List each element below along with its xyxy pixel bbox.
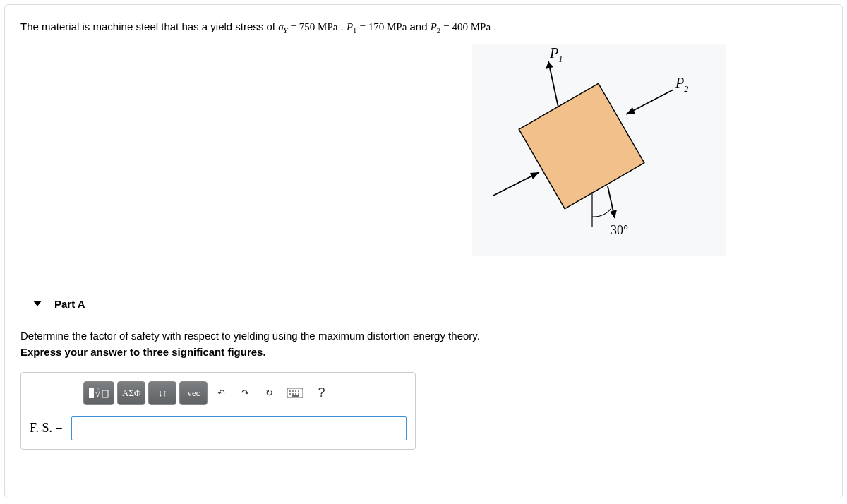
subsup-button[interactable]: ↓↑ [148,381,176,405]
p2-val: = 400 MPa [443,21,491,32]
answer-input[interactable] [71,416,407,440]
problem-statement: The material is machine steel that has a… [20,19,827,37]
part-header[interactable]: Part A [33,298,827,310]
sigma-val: = 750 MPa [291,21,338,32]
svg-point-14 [289,390,291,392]
stmt-and: and [409,20,430,32]
angle-arc [592,192,611,227]
answer-label: F. S. = [30,421,63,436]
sigma-sub: Y [284,27,288,35]
p2-sub: 2 [437,27,440,35]
vec-button[interactable]: vec [179,381,208,405]
svg-rect-11 [102,390,108,397]
svg-marker-3 [610,210,617,218]
stmt-dot-1: . [341,20,347,32]
reset-button[interactable]: ↻ [258,381,280,405]
equation-toolbar: √ ▫ ΑΣΦ ↓↑ vec ↶ ↷ ↻ ? [83,381,407,405]
answer-row: F. S. = [30,416,407,440]
help-button[interactable]: ? [311,381,332,405]
p1-sub: 1 [353,27,356,35]
p1-var: P [347,21,353,32]
svg-rect-9 [89,388,94,398]
figure-svg: P1 P2 30° [472,44,726,256]
caret-down-icon [33,301,42,306]
svg-marker-1 [546,61,553,69]
redo-button[interactable]: ↷ [234,381,256,405]
p1-val: = 170 MPa [360,21,407,32]
problem-card: The material is machine steel that has a… [4,4,843,498]
svg-point-21 [298,393,299,395]
p1-arrow [546,61,558,107]
keyboard-button[interactable] [282,381,308,405]
sigma-var: σ [278,21,283,32]
svg-text:▫: ▫ [97,386,99,392]
svg-point-15 [292,390,294,392]
part-question: Determine the factor of safety with resp… [20,330,827,342]
answer-box: √ ▫ ΑΣΦ ↓↑ vec ↶ ↷ ↻ ? F. S. [20,372,416,450]
svg-point-16 [295,390,296,392]
svg-rect-22 [292,395,299,397]
templates-icon: √ ▫ [88,386,109,400]
part-instruction: Express your answer to three significant… [20,346,827,358]
templates-button[interactable]: √ ▫ [83,381,114,405]
p2-arrow-right [626,90,673,114]
p2-label: P2 [675,75,688,94]
p2-arrow-left [493,172,539,196]
svg-marker-7 [530,172,539,179]
greek-button[interactable]: ΑΣΦ [117,381,145,405]
p2-var: P [431,21,437,32]
part-title: Part A [54,298,85,310]
stmt-dot-2: . [493,20,496,32]
undo-button[interactable]: ↶ [210,381,232,405]
svg-point-20 [295,393,296,395]
p1-arrow-bottom [608,186,617,218]
svg-point-19 [292,393,294,395]
svg-point-17 [298,390,299,392]
svg-marker-5 [626,107,635,114]
p1-label: P1 [549,45,563,64]
stress-element [519,83,644,209]
figure: P1 P2 30° [472,44,726,256]
angle-label: 30° [611,223,628,237]
stmt-text-1: The material is machine steel that has a… [20,20,278,32]
keyboard-icon [287,388,303,398]
svg-point-18 [289,393,291,395]
svg-line-0 [548,61,558,107]
